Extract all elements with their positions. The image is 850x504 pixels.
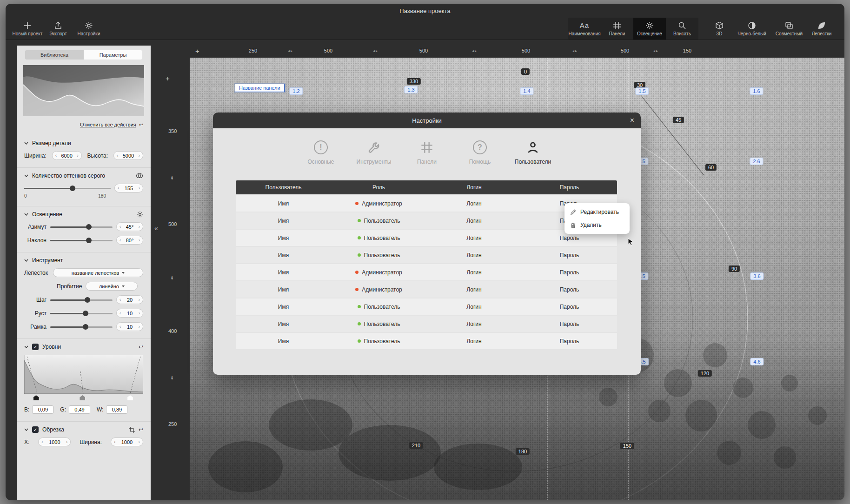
- measurement-badge[interactable]: 180: [516, 448, 530, 455]
- panels-button[interactable]: Панели: [601, 18, 633, 40]
- table-row[interactable]: Имя Пользователь Логин Пароль: [236, 333, 617, 349]
- gray-shades-stepper[interactable]: ‹155›: [114, 184, 143, 192]
- contrast-icon[interactable]: [136, 173, 143, 179]
- stepper-right-icon[interactable]: ›: [139, 439, 140, 444]
- slider-knob[interactable]: [86, 224, 92, 230]
- panel-number-badge[interactable]: 1.2: [289, 87, 303, 95]
- chevron-down-icon[interactable]: [24, 174, 28, 177]
- stepper-right-icon[interactable]: ›: [139, 311, 140, 316]
- slider-knob[interactable]: [70, 186, 75, 191]
- chevron-down-icon[interactable]: [24, 345, 28, 348]
- tilt-stepper[interactable]: ‹80°›: [116, 236, 143, 245]
- measurement-badge[interactable]: 330: [407, 78, 421, 85]
- rust-slider[interactable]: [50, 310, 113, 317]
- frame-stepper[interactable]: ‹10›: [116, 322, 143, 331]
- frame-slider[interactable]: [50, 324, 113, 330]
- tab-library[interactable]: Библиотека: [25, 50, 84, 60]
- panel-number-badge[interactable]: 1.3: [404, 86, 418, 93]
- 3d-button[interactable]: 3D: [703, 18, 736, 40]
- horizontal-ruler[interactable]: 250 ◂▸ 500 ◂▸ 500 ◂▸ 500 ◂▸ 500 ◂▸ 150: [190, 46, 844, 58]
- lighting-button[interactable]: Освещение: [633, 18, 666, 40]
- stepper-left-icon[interactable]: ‹: [120, 324, 121, 329]
- measurement-badge[interactable]: 0: [521, 68, 530, 75]
- edit-menu-item[interactable]: Редактировать: [564, 206, 630, 219]
- black-point-handle[interactable]: [33, 395, 39, 400]
- stepper-left-icon[interactable]: ‹: [117, 153, 118, 158]
- stepper-right-icon[interactable]: ›: [77, 153, 78, 158]
- stepper-left-icon[interactable]: ‹: [120, 238, 121, 243]
- tab-users[interactable]: Пользователи: [513, 139, 553, 165]
- table-row[interactable]: Имя Пользователь Логин Пароль: [236, 298, 617, 315]
- panel-name-label[interactable]: Название панели: [235, 84, 285, 92]
- slider-knob[interactable]: [86, 238, 92, 243]
- stepper-right-icon[interactable]: ›: [139, 153, 140, 158]
- joint-button[interactable]: Совместный: [773, 18, 805, 40]
- crop-x-stepper[interactable]: ‹1000›: [38, 438, 71, 446]
- close-icon[interactable]: ×: [630, 113, 634, 128]
- stepper-left-icon[interactable]: ‹: [114, 439, 115, 444]
- naming-button[interactable]: Aa Наименования: [568, 18, 601, 40]
- height-stepper[interactable]: ‹5000›: [113, 151, 143, 160]
- panel-number-badge[interactable]: 3.6: [750, 272, 764, 280]
- settings-button[interactable]: Настройки: [73, 18, 104, 40]
- azimuth-slider[interactable]: [50, 224, 113, 230]
- sun-icon[interactable]: [137, 211, 143, 218]
- petal-dropdown[interactable]: название лепестков: [53, 268, 143, 277]
- crop-icon[interactable]: [129, 427, 135, 433]
- stepper-left-icon[interactable]: ‹: [120, 224, 121, 229]
- tab-general[interactable]: ! Основные: [301, 139, 341, 165]
- stepper-left-icon[interactable]: ‹: [120, 297, 121, 302]
- table-row[interactable]: Имя Администратор Логин Пароль: [236, 281, 617, 298]
- table-row[interactable]: Имя Пользователь Логин Пароль: [236, 316, 617, 332]
- step-slider[interactable]: [50, 297, 113, 303]
- measurement-badge[interactable]: 45: [673, 117, 684, 123]
- delete-menu-item[interactable]: Удалить: [564, 219, 630, 232]
- tab-tools[interactable]: Инструменты: [354, 139, 394, 165]
- tab-panels[interactable]: Панели: [407, 139, 447, 165]
- crop-width-stepper[interactable]: ‹1000›: [111, 438, 143, 446]
- tab-parameters[interactable]: Параметры: [84, 50, 142, 60]
- stepper-right-icon[interactable]: ›: [139, 238, 140, 243]
- bw-button[interactable]: Черно-белый: [736, 18, 768, 40]
- table-row[interactable]: Имя Пользователь Логин Пароль: [236, 230, 617, 246]
- stepper-left-icon[interactable]: ‹: [55, 153, 57, 158]
- azimuth-stepper[interactable]: ‹45°›: [116, 222, 143, 231]
- table-row[interactable]: Имя Администратор Логин Пароль: [236, 264, 617, 280]
- crop-checkbox[interactable]: ✓: [32, 426, 39, 433]
- undo-icon[interactable]: ↩: [139, 344, 143, 350]
- measurement-badge[interactable]: 120: [698, 370, 712, 377]
- chevron-down-icon[interactable]: [24, 428, 28, 431]
- measurement-badge[interactable]: 150: [620, 443, 634, 449]
- pierce-dropdown[interactable]: линейно: [86, 282, 138, 291]
- g-input[interactable]: 0,49: [69, 405, 90, 414]
- measurement-badge[interactable]: 210: [409, 442, 423, 449]
- chevron-down-icon[interactable]: [24, 259, 28, 262]
- stepper-left-icon[interactable]: ‹: [120, 311, 121, 316]
- measurement-badge[interactable]: 90: [729, 265, 740, 272]
- slider-knob[interactable]: [83, 324, 88, 330]
- stepper-right-icon[interactable]: ›: [66, 439, 67, 444]
- stepper-left-icon[interactable]: ‹: [41, 439, 43, 444]
- stepper-right-icon[interactable]: ›: [139, 224, 140, 229]
- slider-knob[interactable]: [83, 311, 88, 316]
- measurement-badge[interactable]: 60: [705, 164, 717, 171]
- undo-icon[interactable]: ↩: [139, 426, 143, 433]
- b-input[interactable]: 0,09: [32, 405, 53, 414]
- tab-help[interactable]: ? Помощь: [460, 139, 500, 165]
- step-stepper[interactable]: ‹20›: [116, 295, 143, 304]
- chevron-down-icon[interactable]: [24, 142, 28, 145]
- new-project-button[interactable]: Новый проект: [12, 18, 43, 40]
- slider-knob[interactable]: [85, 297, 90, 303]
- sidebar-collapse-button[interactable]: «: [151, 222, 162, 233]
- panel-number-badge[interactable]: 4.6: [750, 358, 764, 365]
- w-input[interactable]: 0,89: [106, 405, 127, 414]
- rust-stepper[interactable]: ‹10›: [116, 309, 143, 318]
- gray-point-handle[interactable]: [80, 395, 85, 400]
- white-point-handle[interactable]: [127, 395, 133, 400]
- panel-number-badge[interactable]: 1.5: [635, 87, 649, 95]
- panel-number-badge[interactable]: 1.4: [520, 87, 533, 95]
- stepper-right-icon[interactable]: ›: [139, 324, 140, 329]
- export-button[interactable]: Экспорт: [43, 18, 73, 40]
- vertical-ruler[interactable]: 350 ▴▾ 500 ▴▾ 400 ▴▾ 250: [162, 58, 190, 500]
- undo-all-actions[interactable]: Отменить все действия↩: [17, 122, 151, 128]
